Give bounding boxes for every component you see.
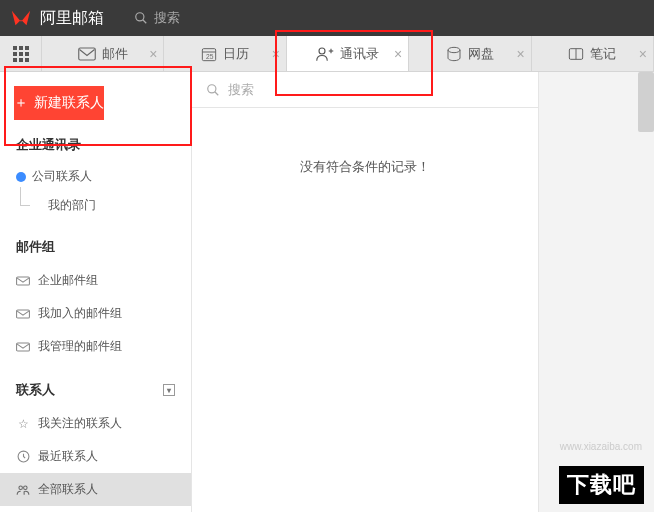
global-search-placeholder: 搜索 bbox=[154, 9, 180, 27]
mail-icon bbox=[78, 47, 96, 61]
svg-line-1 bbox=[143, 20, 147, 24]
apps-grid-button[interactable] bbox=[0, 36, 42, 71]
section-contacts-header[interactable]: 联系人 ▾ bbox=[0, 381, 191, 407]
clock-icon bbox=[16, 450, 30, 463]
list-item-label: 企业邮件组 bbox=[38, 272, 98, 289]
list-item-company-group[interactable]: 企业邮件组 bbox=[0, 264, 191, 297]
tab-disk[interactable]: 网盘 × bbox=[409, 36, 531, 71]
new-contact-button[interactable]: ＋ 新建联系人 bbox=[14, 86, 104, 120]
plus-icon: ＋ bbox=[14, 94, 28, 112]
svg-rect-14 bbox=[17, 342, 30, 350]
app-title: 阿里邮箱 bbox=[40, 8, 104, 29]
sidebar: ＋ 新建联系人 企业通讯录 公司联系人 我的部门 邮件组 企业邮件组 我加入的邮… bbox=[0, 72, 192, 512]
apps-grid-icon bbox=[13, 46, 29, 62]
tree-item-my-dept[interactable]: 我的部门 bbox=[0, 191, 191, 220]
close-icon[interactable]: × bbox=[516, 46, 524, 62]
tab-note[interactable]: 笔记 × bbox=[532, 36, 654, 71]
mail-group-icon bbox=[16, 341, 30, 353]
note-icon bbox=[568, 47, 584, 61]
tree-item-label: 我的部门 bbox=[48, 197, 96, 214]
tab-label: 邮件 bbox=[102, 45, 128, 63]
list-item-label: 我加入的邮件组 bbox=[38, 305, 122, 322]
tree-item-label: 公司联系人 bbox=[32, 168, 92, 185]
list-item-label: 最近联系人 bbox=[38, 448, 98, 465]
contacts-search[interactable]: 搜索 bbox=[192, 72, 538, 108]
close-icon[interactable]: × bbox=[272, 46, 280, 62]
close-icon[interactable]: × bbox=[639, 46, 647, 62]
disk-icon bbox=[446, 46, 462, 62]
download-badge: 下载吧 bbox=[559, 466, 644, 504]
tab-bar: 邮件 × 25 日历 × 通讯录 × 网盘 × 笔记 × bbox=[0, 36, 654, 72]
svg-point-0 bbox=[136, 13, 144, 21]
tab-contacts[interactable]: 通讯录 × bbox=[287, 36, 409, 71]
list-item-label: 我关注的联系人 bbox=[38, 415, 122, 432]
search-icon bbox=[134, 11, 148, 25]
content-area: ＋ 新建联系人 企业通讯录 公司联系人 我的部门 邮件组 企业邮件组 我加入的邮… bbox=[0, 72, 654, 512]
contacts-icon bbox=[316, 46, 334, 62]
people-icon bbox=[16, 484, 30, 496]
app-logo-icon bbox=[10, 7, 32, 29]
tree-line-icon bbox=[20, 187, 30, 206]
top-bar: 阿里邮箱 搜索 bbox=[0, 0, 654, 36]
svg-rect-13 bbox=[17, 309, 30, 317]
new-contact-label: 新建联系人 bbox=[34, 94, 104, 112]
section-contacts-title: 联系人 bbox=[16, 381, 55, 399]
list-item-managed-group[interactable]: 我管理的邮件组 bbox=[0, 330, 191, 363]
tab-calendar[interactable]: 25 日历 × bbox=[164, 36, 286, 71]
svg-point-16 bbox=[19, 485, 23, 489]
list-item-starred[interactable]: ☆ 我关注的联系人 bbox=[0, 407, 191, 440]
close-icon[interactable]: × bbox=[394, 46, 402, 62]
section-mailgroup-title: 邮件组 bbox=[0, 238, 191, 264]
tab-label: 通讯录 bbox=[340, 45, 379, 63]
search-icon bbox=[206, 83, 220, 97]
scrollbar[interactable] bbox=[638, 72, 654, 132]
mail-group-icon bbox=[16, 308, 30, 320]
svg-point-6 bbox=[319, 48, 325, 54]
global-search[interactable]: 搜索 bbox=[134, 9, 180, 27]
svg-text:25: 25 bbox=[206, 53, 214, 60]
star-icon: ☆ bbox=[16, 417, 30, 431]
tab-label: 网盘 bbox=[468, 45, 494, 63]
list-item-all-contacts[interactable]: 全部联系人 bbox=[0, 473, 191, 506]
mail-group-icon bbox=[16, 275, 30, 287]
tab-mail[interactable]: 邮件 × bbox=[42, 36, 164, 71]
section-company-title: 企业通讯录 bbox=[0, 136, 191, 162]
svg-rect-12 bbox=[17, 276, 30, 284]
tab-label: 笔记 bbox=[590, 45, 616, 63]
svg-point-17 bbox=[24, 485, 27, 489]
close-icon[interactable]: × bbox=[149, 46, 157, 62]
svg-rect-2 bbox=[78, 48, 95, 60]
list-item-ungrouped[interactable]: 未分组 bbox=[0, 506, 191, 512]
list-item-label: 全部联系人 bbox=[38, 481, 98, 498]
chevron-down-icon: ▾ bbox=[163, 384, 175, 396]
svg-line-19 bbox=[215, 91, 219, 95]
calendar-icon: 25 bbox=[201, 46, 217, 62]
empty-message: 没有符合条件的记录！ bbox=[192, 108, 538, 176]
list-item-recent[interactable]: 最近联系人 bbox=[0, 440, 191, 473]
list-item-label: 我管理的邮件组 bbox=[38, 338, 122, 355]
svg-point-18 bbox=[208, 84, 216, 92]
tree-dot-icon bbox=[16, 172, 26, 182]
list-item-joined-group[interactable]: 我加入的邮件组 bbox=[0, 297, 191, 330]
watermark-text: www.xiazaiba.com bbox=[560, 441, 642, 452]
svg-point-9 bbox=[448, 47, 460, 52]
tab-label: 日历 bbox=[223, 45, 249, 63]
contacts-list-column: 搜索 没有符合条件的记录！ bbox=[192, 72, 539, 512]
contacts-search-placeholder: 搜索 bbox=[228, 81, 254, 99]
